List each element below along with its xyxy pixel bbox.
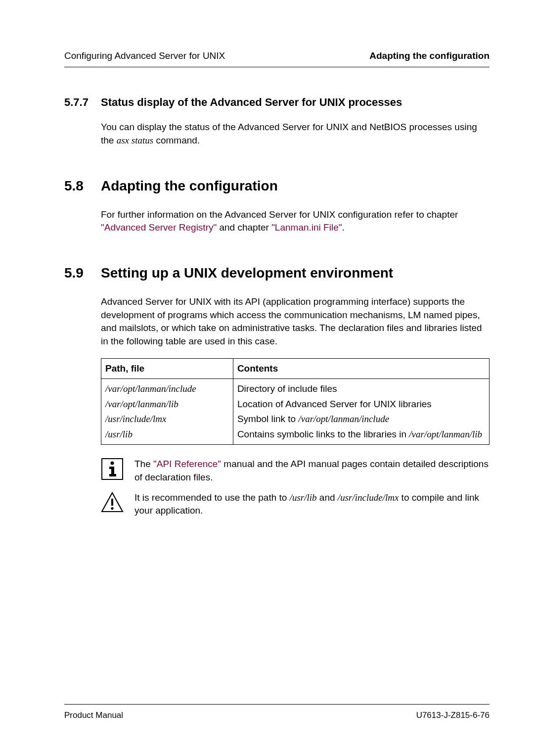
paragraph: For further information on the Advanced … (101, 208, 490, 235)
svg-rect-2 (111, 467, 114, 475)
info-icon (101, 458, 124, 480)
page-footer: Product Manual U7613-J-Z815-6-76 (64, 704, 490, 721)
table-header-row: Path, file Contents (101, 358, 490, 379)
page-header: Configuring Advanced Server for UNIX Ada… (64, 49, 490, 67)
text: . (342, 222, 344, 233)
footer-left: Product Manual (64, 709, 123, 721)
svg-point-0 (111, 462, 114, 465)
info-glyph-icon (107, 461, 117, 477)
footer-right: U7613-J-Z815-6-76 (416, 709, 490, 721)
table-row: /usr/lib Contains symbolic links to the … (101, 427, 490, 445)
text: and (317, 492, 338, 503)
text: command. (153, 135, 200, 145)
link-registry[interactable]: "Advanced Server Registry" (101, 222, 217, 233)
svg-point-6 (111, 507, 113, 510)
col-header-contents: Contents (233, 358, 489, 379)
warning-triangle-icon (101, 492, 124, 514)
warning-note: It is recommended to use the path to /us… (101, 491, 490, 518)
heading-number: 5.9 (64, 263, 101, 283)
section-5-7-7: 5.7.7 Status display of the Advanced Ser… (64, 95, 490, 147)
cell-desc: Directory of include files (233, 379, 489, 397)
info-box-icon (101, 458, 123, 480)
header-left: Configuring Advanced Server for UNIX (64, 49, 225, 63)
header-right: Adapting the configuration (369, 49, 490, 63)
note-text: It is recommended to use the path to /us… (134, 491, 490, 518)
link-api-reference[interactable]: "API Reference" (153, 459, 221, 469)
heading-number: 5.8 (64, 176, 101, 195)
path-text: /usr/lib (290, 492, 317, 503)
heading-number: 5.7.7 (64, 95, 101, 110)
cell-path: /usr/lib (101, 427, 233, 445)
heading-title: Adapting the configuration (101, 176, 278, 195)
paragraph: You can display the status of the Advanc… (101, 121, 490, 147)
heading-title: Setting up a UNIX development environmen… (101, 263, 393, 283)
cell-path: /var/opt/lanman/lib (101, 397, 233, 412)
note-text: The "API Reference" manual and the API m… (134, 458, 490, 484)
path-text: /var/opt/lanman/include (298, 414, 389, 424)
text: Symbol link to (237, 414, 299, 424)
section-5-9: 5.9 Setting up a UNIX development enviro… (64, 263, 490, 518)
paragraph: Advanced Server for UNIX with its API (a… (101, 295, 490, 348)
table-row: /usr/include/lmx Symbol link to /var/opt… (101, 412, 490, 427)
text: Contains symbolic links to the libraries… (237, 429, 409, 439)
col-header-path: Path, file (101, 358, 233, 379)
paths-table: Path, file Contents /var/opt/lanman/incl… (101, 358, 490, 445)
heading-title: Status display of the Advanced Server fo… (101, 95, 402, 110)
path-text: /var/opt/lanman/lib (409, 429, 482, 439)
heading-5-9: 5.9 Setting up a UNIX development enviro… (64, 263, 490, 283)
heading-5-7-7: 5.7.7 Status display of the Advanced Ser… (64, 95, 490, 110)
path-text: /usr/include/lmx (338, 492, 399, 503)
info-note: The "API Reference" manual and the API m… (101, 458, 490, 484)
command-text: asx status (117, 135, 153, 145)
cell-desc: Location of Advanced Server for UNIX lib… (233, 397, 489, 412)
svg-rect-3 (109, 474, 116, 476)
cell-path: /var/opt/lanman/include (101, 379, 233, 397)
text: For further information on the Advanced … (101, 209, 458, 220)
text: and chapter (217, 222, 271, 233)
text: It is recommended to use the path to (134, 492, 290, 503)
heading-5-8: 5.8 Adapting the configuration (64, 176, 490, 195)
text: The (134, 459, 153, 469)
warning-icon (101, 491, 124, 514)
table-row: /var/opt/lanman/lib Location of Advanced… (101, 397, 490, 412)
cell-desc: Symbol link to /var/opt/lanman/include (233, 412, 489, 427)
svg-rect-5 (111, 499, 113, 506)
cell-path: /usr/include/lmx (101, 412, 233, 427)
section-5-8: 5.8 Adapting the configuration For furth… (64, 176, 490, 235)
cell-desc: Contains symbolic links to the libraries… (233, 427, 489, 445)
link-lanman[interactable]: "Lanman.ini File" (271, 222, 342, 233)
table-row: /var/opt/lanman/include Directory of inc… (101, 379, 490, 397)
